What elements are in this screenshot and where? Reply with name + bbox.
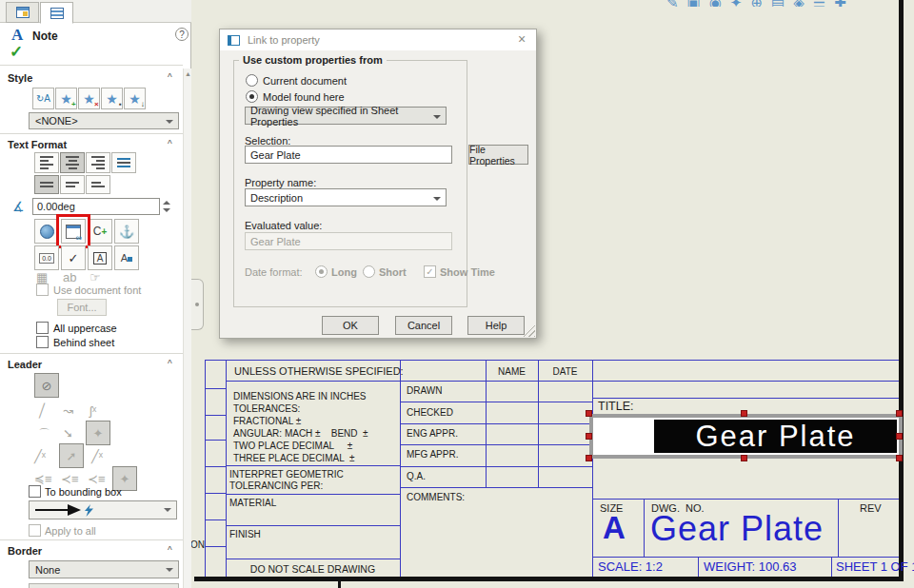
model-found-here-radio[interactable] [246,90,258,103]
help-button[interactable]: Help [467,316,525,335]
leader-x-icon[interactable]: ╱ˣ [34,449,46,463]
leader-x2-icon[interactable]: ╱ˣ [91,449,103,463]
angle-input[interactable]: 0.00deg [32,198,160,215]
leader-right-text-icon[interactable]: ≺≡ [88,472,105,486]
style-preset-dropdown[interactable]: <NONE> [29,112,179,129]
align-left-button[interactable] [34,152,59,173]
file-properties-button[interactable]: File Properties [468,145,528,165]
date-short-label: Short [379,266,407,278]
align-right-button[interactable] [86,152,110,173]
highlight-box [56,214,90,248]
title-note-edit-box[interactable]: Gear Plate [589,414,903,459]
font-button[interactable]: Font... [57,299,107,316]
apply-to-all-checkbox[interactable] [29,524,41,537]
selection-handle[interactable] [896,433,903,440]
leader-curve-icon[interactable]: ➘ [63,426,73,441]
property-name-dropdown[interactable]: Description [245,188,447,206]
rev-label: REV [860,502,882,514]
close-icon[interactable]: × [513,31,530,47]
use-document-font-checkbox[interactable] [36,284,49,296]
leader-mid-text-icon[interactable]: ≺≡ [61,472,78,486]
style-load-button[interactable]: ★↓ [124,88,146,109]
panel-scrollbar[interactable]: ▲ [183,69,191,588]
leader-left-text-icon[interactable]: ≼≡ [34,472,51,486]
no-leader-button[interactable]: ⊘ [34,373,59,398]
current-document-label[interactable]: Current document [263,75,347,87]
scroll-up-icon[interactable]: ▲ [185,70,191,77]
property-source-dropdown[interactable]: Drawing view specified in Sheet Properti… [245,107,447,125]
format-text-button[interactable]: A [114,245,139,270]
valign-top-button[interactable] [34,175,59,194]
grid-line [592,499,899,500]
cancel-button[interactable]: Cancel [395,316,452,335]
ok-checkmark-icon[interactable]: ✓ [10,42,23,62]
grid-line [838,499,839,557]
spell-check-button[interactable]: ✓ [61,245,86,270]
to-bounding-box-checkbox[interactable] [29,485,41,498]
grid-line [831,557,832,577]
leader-arrow-icon: ➚ [67,449,77,463]
leader-bent-icon[interactable]: ↝ [63,403,73,418]
style-delete-button[interactable]: ★× [78,88,100,109]
help-icon[interactable]: ? [175,28,189,41]
approval-row-label: Q.A. [407,471,426,482]
dwg-no-value[interactable]: Gear Plate [650,509,824,549]
panel-splitter-handle[interactable] [191,279,204,330]
leader-arc-icon[interactable]: ⌒ [38,426,50,443]
dialog-title-bar[interactable]: Link to property × [220,29,536,50]
text-format-section-header[interactable]: Text Format [8,139,67,150]
selection-field[interactable]: Gear Plate [245,146,452,164]
style-refresh-button[interactable]: ↻A [32,88,54,109]
note-text[interactable]: Gear Plate [695,420,855,454]
selection-handle[interactable] [896,410,903,417]
model-found-here-label[interactable]: Model found here [263,91,345,103]
selection-handle[interactable] [741,410,747,417]
valign-middle-button[interactable] [60,175,85,194]
collapse-chevron-icon[interactable]: ^ [168,139,172,149]
collapse-chevron-icon[interactable]: ^ [168,359,172,369]
approval-row-label: DRAWN [407,385,442,397]
tab-feature-manager[interactable] [6,2,39,23]
arrow-head-icon [68,504,81,516]
add-symbol-button[interactable]: C+ [88,219,112,244]
leader-auto-button[interactable]: ➚ [59,443,84,468]
align-right-icon [91,156,105,169]
angle-spinner[interactable] [162,198,172,215]
align-center-button[interactable] [60,152,85,173]
style-section-header[interactable]: Style [8,72,32,84]
leader-spline-icon[interactable]: ʃˣ [89,403,96,418]
selection-handle[interactable] [741,455,747,461]
leader-style-button[interactable]: ✦ [86,421,110,445]
selection-handle[interactable] [586,410,592,417]
dimension-value-button[interactable]: 0.0 [34,245,59,270]
ok-button[interactable]: OK [322,316,379,335]
all-uppercase-checkbox[interactable] [36,322,49,334]
leader-section-header[interactable]: Leader [8,359,42,370]
grid-line [205,466,226,467]
align-left-icon [40,156,53,169]
border-section-header[interactable]: Border [8,545,42,557]
collapse-chevron-icon[interactable]: ^ [168,72,172,83]
behind-sheet-checkbox[interactable] [36,336,49,348]
current-document-radio[interactable] [246,74,258,87]
selection-handle[interactable] [586,433,592,440]
leader-straight-icon[interactable]: ╱ [37,403,47,419]
arrow-style-dropdown[interactable] [29,500,177,519]
tab-property-manager[interactable] [40,2,73,24]
style-add-button[interactable]: ★+ [55,88,77,109]
headsup-toolbar-clipped[interactable]: ✎▣◉✦⊕▤◈☰✚ [666,0,895,7]
lock-anchor-button[interactable]: ⚓ [114,219,139,244]
approval-row-label: ENG APPR. [407,428,458,440]
selection-handle[interactable] [586,455,592,461]
style-save-button[interactable]: ★▪ [101,88,123,109]
valign-bottom-button[interactable] [86,175,110,194]
text-box-button[interactable]: A [88,245,112,270]
grid-line [205,360,206,577]
interpret-geometric-label: INTERPRET GEOMETRIC TOLERANCING PER: [229,469,344,492]
collapse-chevron-icon[interactable]: ^ [168,545,172,556]
border-style-dropdown[interactable]: None [29,560,179,578]
border-style-value: None [35,564,60,576]
grid-line [400,360,401,577]
justify-button[interactable] [111,152,136,173]
selection-handle[interactable] [896,455,903,461]
